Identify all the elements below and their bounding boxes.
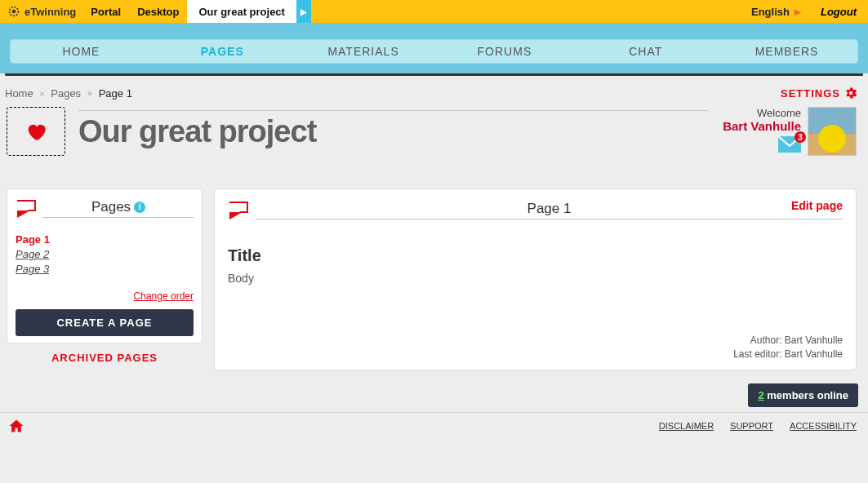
footer-accessibility[interactable]: ACCESSIBILITY xyxy=(790,421,857,431)
mail-count-badge: 3 xyxy=(795,131,806,143)
logout-link[interactable]: Logout xyxy=(809,0,868,23)
settings-label: SETTINGS xyxy=(781,87,840,100)
page-body-label: Body xyxy=(228,272,843,285)
footer-support[interactable]: SUPPORT xyxy=(730,421,773,431)
editor-line: Last editor: Bart Vanhulle xyxy=(228,348,843,361)
archived-pages-link[interactable]: ARCHIVED PAGES xyxy=(7,352,203,364)
project-title: Our great project xyxy=(78,114,708,149)
top-bar: eTwinning Portal Desktop Our great proje… xyxy=(0,0,868,23)
settings-link[interactable]: SETTINGS xyxy=(781,86,858,100)
project-dropdown-arrow-icon[interactable]: ▶ xyxy=(296,0,311,23)
nav-forums[interactable]: FORUMS xyxy=(434,45,575,58)
nav-chat[interactable]: CHAT xyxy=(575,45,716,58)
members-count: 2 xyxy=(758,389,763,401)
brand-logo: eTwinning xyxy=(0,0,82,23)
brand-text: eTwinning xyxy=(24,6,76,18)
flag-icon xyxy=(228,199,249,220)
change-order-link[interactable]: Change order xyxy=(134,290,194,302)
page-heading: Page 1 xyxy=(256,201,843,219)
pages-sidebar: Pages i Page 1 Page 2 Page 3 Change orde… xyxy=(7,188,203,370)
page-link-2[interactable]: Page 2 xyxy=(16,248,194,260)
nav-members[interactable]: MEMBERS xyxy=(716,45,857,58)
flag-icon xyxy=(16,197,37,219)
gear-icon xyxy=(844,86,858,100)
user-box: Welcome Bart Vanhulle 3 xyxy=(723,107,857,156)
page-title-label: Title xyxy=(228,246,843,265)
chevron-icon: » xyxy=(87,89,92,98)
main-nav: HOME PAGES MATERIALS FORUMS CHAT MEMBERS xyxy=(10,39,858,64)
members-online-pill[interactable]: 2 members online xyxy=(748,383,858,407)
edit-page-link[interactable]: Edit page xyxy=(791,199,843,212)
project-icon-placeholder[interactable] xyxy=(7,107,65,156)
chevron-icon: » xyxy=(40,89,45,98)
info-icon[interactable]: i xyxy=(134,202,145,213)
sidebar-title: Pages xyxy=(91,199,131,215)
crumb-pages[interactable]: Pages xyxy=(51,87,81,100)
footer-disclaimer[interactable]: DISCLAIMER xyxy=(659,421,714,431)
author-line: Author: Bart Vanhulle xyxy=(228,334,843,348)
nav-materials[interactable]: MATERIALS xyxy=(293,45,434,58)
nav-portal[interactable]: Portal xyxy=(82,0,129,23)
page-link-1[interactable]: Page 1 xyxy=(16,233,194,246)
heart-icon xyxy=(24,120,47,143)
members-text: members online xyxy=(767,389,848,401)
crumb-current: Page 1 xyxy=(99,87,132,100)
main-nav-wrap: HOME PAGES MATERIALS FORUMS CHAT MEMBERS xyxy=(0,23,868,73)
breadcrumb: Home » Pages » Page 1 xyxy=(5,87,132,100)
language-selector[interactable]: English ▶ xyxy=(743,0,809,23)
nav-desktop[interactable]: Desktop xyxy=(129,0,187,23)
welcome-label: Welcome xyxy=(757,107,801,119)
home-icon[interactable] xyxy=(8,418,24,434)
nav-home[interactable]: HOME xyxy=(11,45,152,58)
svg-point-1 xyxy=(12,10,16,14)
page-content: Edit page Page 1 Title Body Author: Bart… xyxy=(214,188,857,370)
create-page-button[interactable]: CREATE A PAGE xyxy=(16,309,194,336)
footer: DISCLAIMER SUPPORT ACCESSIBILITY xyxy=(0,412,868,445)
avatar[interactable] xyxy=(808,107,857,156)
mail-button[interactable]: 3 xyxy=(778,136,801,155)
page-link-3[interactable]: Page 3 xyxy=(16,263,194,275)
chevron-right-icon: ▶ xyxy=(795,7,801,16)
nav-project-tab[interactable]: Our great project xyxy=(187,0,296,23)
page-list: Page 1 Page 2 Page 3 xyxy=(16,233,194,275)
user-name[interactable]: Bart Vanhulle xyxy=(723,119,801,133)
language-label: English xyxy=(751,6,790,18)
nav-pages[interactable]: PAGES xyxy=(152,45,293,58)
crumb-home[interactable]: Home xyxy=(5,87,33,100)
